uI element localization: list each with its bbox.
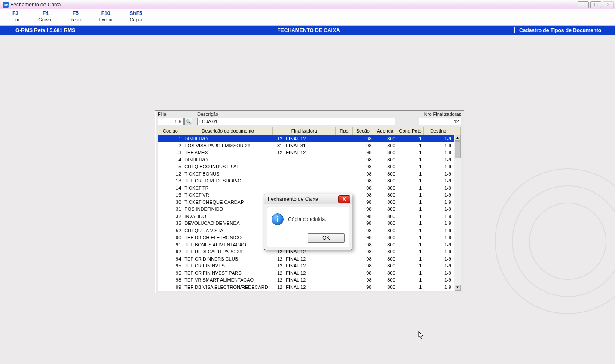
nro-label: Nro Finalizadoras [424,112,461,117]
table-cell: 98 [352,276,373,284]
table-cell: FINAL 12 [284,255,335,263]
table-row[interactable]: 98TEF VR SMART ALIMENTACAO12FINAL 129880… [158,276,461,284]
app-title: Fechamento de Caixa [10,2,61,8]
col-codigo[interactable]: Código [158,127,183,135]
table-cell: 800 [373,142,397,149]
scroll-up-button[interactable]: ▲ [455,135,461,141]
table-cell: TICKET VR [183,191,273,199]
fkey-shf5[interactable]: ShF5 Copia [125,9,146,25]
table-cell: TEF DB CH ELETRONICO [183,234,273,241]
table-cell: 98 [352,262,373,270]
table-cell [335,262,352,270]
col-cond[interactable]: Cond.Pgto [397,127,424,135]
table-row[interactable]: 13TEF CRED REDESHOP-C9880011-9 [158,177,461,185]
table-cell: 31 [273,142,284,149]
table-row[interactable]: 94TEF CR DINNERS CLUB12FINAL 129880011-9 [158,255,461,263]
table-cell: 98 [158,276,183,284]
table-cell: 800 [373,284,397,291]
col-desc[interactable]: Descrição do documento [183,127,273,135]
table-cell: 800 [373,213,397,220]
table-row[interactable]: 99TEF DB VISA ELECTRON/REDECARD12FINAL 1… [158,284,461,291]
table-row[interactable]: 2POS VISA PARC EMISSOR 2X31FINAL 3198800… [158,142,461,149]
table-row[interactable]: 4DINHEIRO9880011-9 [158,156,461,164]
table-cell: 800 [373,220,397,227]
table-cell [335,177,352,185]
descricao-field[interactable]: LOJA 01 [197,118,395,125]
nro-finalizadoras-field[interactable]: 12 [419,118,461,125]
col-destino[interactable]: Destino [423,127,453,135]
table-cell [335,276,352,284]
scroll-thumb[interactable] [455,141,461,158]
table-cell: FINAL 12 [284,149,335,156]
table-row[interactable]: 95TEF CR FININVEST12FINAL 129880011-9 [158,262,461,270]
table-cell: 800 [373,234,397,241]
table-cell: 98 [352,149,373,156]
table-cell: TEF CRED REDESHOP-C [183,177,273,185]
dialog-titlebar[interactable]: Fechamento de Caixa X [264,194,352,204]
table-cell: 98 [352,220,373,227]
table-row[interactable]: 1DINHEIRO12FINAL 129880011-9 [158,135,461,142]
fkey-toolbar: F3 Fim F4 Gravar F5 Incluir F10 Excluir … [0,9,615,26]
table-cell: 800 [373,206,397,213]
filial-lookup-button[interactable]: 🔍 [184,118,192,125]
table-cell: TICKET TR [183,185,273,192]
table-cell: TEF DB VISA ELECTRON/REDECARD [183,284,273,291]
filial-field[interactable]: 1-9 [158,118,184,125]
table-cell: 1-9 [423,241,453,249]
info-icon: i [272,213,284,225]
table-cell: 99 [158,284,183,291]
maximize-button[interactable]: ☐ [590,1,601,8]
table-cell: 1-9 [423,248,453,255]
table-cell: 1-9 [423,234,453,241]
table-cell [284,163,335,170]
table-row[interactable]: 5CHEQ BCO INDUSTRIAL9880011-9 [158,163,461,170]
table-row[interactable]: 3TEF AMEX12FINAL 129880011-9 [158,149,461,156]
table-cell: 1 [397,276,424,284]
fkey-f10[interactable]: F10 Excluir [95,9,116,25]
dialog-close-button[interactable]: X [338,195,350,203]
fkey-key: F3 [5,10,26,16]
col-secao[interactable]: Seção [352,127,373,135]
col-tipo[interactable]: Tipo [335,127,352,135]
fkey-f4[interactable]: F4 Gravar [35,9,56,25]
close-window-button: ✕ [603,1,614,8]
fkey-f5[interactable]: F5 Incluir [65,9,86,25]
table-cell: 800 [373,149,397,156]
table-cell: 16 [158,191,183,199]
table-row[interactable]: 96TEF CR FININVEST PARC12FINAL 129880011… [158,270,461,277]
dialog-message: Cópia concluída. [288,216,326,222]
table-cell: 91 [158,241,183,249]
scroll-down-button[interactable]: ▼ [455,285,461,291]
fkey-label: Incluir [65,17,86,22]
table-cell [335,255,352,263]
col-agenda[interactable]: Agenda [373,127,397,135]
table-cell [273,170,284,178]
table-row[interactable]: 14TICKET TR9880011-9 [158,185,461,192]
cursor-icon [418,331,424,340]
minimize-button[interactable]: – [578,1,589,8]
table-cell [273,185,284,192]
table-cell: 98 [352,206,373,213]
col-finalizadora[interactable]: Finalizadora [273,127,336,135]
fkey-f3[interactable]: F3 Fim [5,9,26,25]
table-cell: 1-9 [423,276,453,284]
table-cell: 1 [397,149,424,156]
table-cell: 1 [397,170,424,178]
table-cell: 800 [373,262,397,270]
ok-button[interactable]: OK [308,233,345,243]
table-cell: FINAL 12 [284,276,335,284]
table-cell [335,185,352,192]
grid-scrollbar[interactable]: ▲ ▼ [454,135,461,291]
table-cell: 1 [397,270,424,277]
bluebar-center: FECHAMENTO DE CAIXA [103,27,514,33]
table-cell: 800 [373,163,397,170]
table-cell: 98 [352,163,373,170]
table-cell: 800 [373,276,397,284]
table-cell: TEF REDECARD PARC 2X [183,248,273,255]
table-cell [335,135,352,142]
table-cell: CHEQ BCO INDUSTRIAL [183,163,273,170]
table-cell: 1-9 [423,191,453,199]
table-row[interactable]: 12TICKET BONUS9880011-9 [158,170,461,178]
table-cell: 98 [352,135,373,142]
table-cell: 1 [158,135,183,142]
